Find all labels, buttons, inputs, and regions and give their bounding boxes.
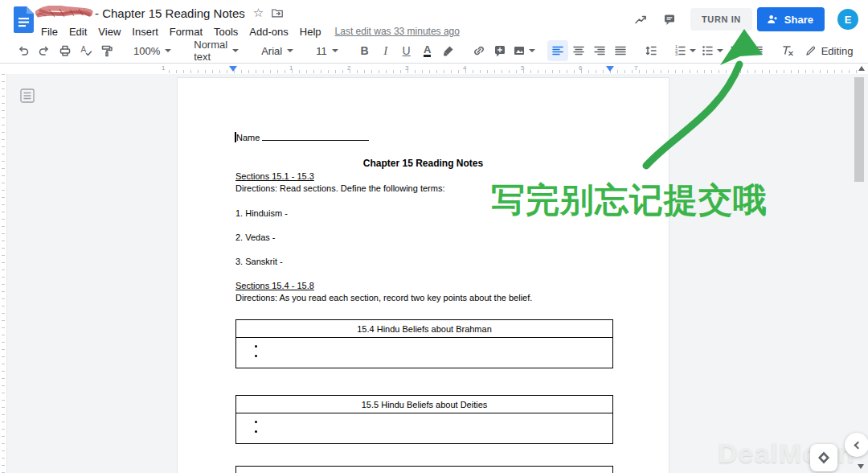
styles-dropdown[interactable]: Normal text [187, 40, 245, 61]
zoom-dropdown[interactable]: 100% [127, 40, 178, 61]
collapse-panel-button[interactable] [845, 433, 868, 457]
last-edit-link[interactable]: Last edit was 33 minutes ago [335, 26, 460, 37]
doc-heading[interactable]: Chapter 15 Reading Notes [178, 158, 669, 169]
print-button[interactable] [55, 40, 76, 61]
menu-help[interactable]: Help [294, 24, 327, 39]
justify-button[interactable] [610, 40, 631, 61]
insert-link-button[interactable] [469, 40, 489, 61]
zoom-value: 100% [133, 45, 160, 57]
editing-mode-dropdown[interactable]: Editing [798, 40, 868, 61]
empty-bullet[interactable] [265, 426, 612, 435]
decrease-indent-button[interactable] [726, 40, 747, 61]
scrollbar-thumb[interactable] [854, 77, 864, 182]
line-spacing-button[interactable] [641, 40, 661, 61]
pencil-icon [805, 45, 817, 57]
align-center-button[interactable] [568, 40, 589, 61]
share-label: Share [784, 14, 813, 26]
term-vedas[interactable]: 2. Vedas - [235, 232, 276, 242]
editing-label: Editing [821, 45, 854, 57]
italic-button[interactable]: I [375, 40, 396, 61]
section2-directions[interactable]: Directions: As you read each section, re… [235, 293, 532, 302]
table-next-section[interactable] [235, 466, 613, 473]
chevron-down-icon [165, 49, 171, 52]
share-button[interactable]: Share [757, 7, 825, 31]
move-folder-icon[interactable] [271, 6, 284, 19]
paint-format-button[interactable] [96, 40, 117, 61]
explore-button[interactable] [810, 444, 837, 471]
star-icon[interactable]: ☆ [253, 6, 264, 20]
comments-button[interactable] [655, 5, 684, 34]
align-left-button[interactable] [547, 40, 568, 61]
undo-button[interactable] [13, 40, 34, 61]
chevron-down-icon [529, 49, 535, 52]
bullet-list [265, 340, 612, 360]
document-page[interactable]: Name Chapter 15 Reading Notes Sections 1… [177, 77, 669, 473]
bold-button[interactable]: B [354, 40, 375, 61]
scrollbar-down-arrow[interactable] [858, 464, 864, 469]
right-indent-marker[interactable] [606, 66, 614, 72]
spellcheck-button[interactable]: A [76, 40, 96, 61]
insert-image-button[interactable] [510, 40, 538, 61]
google-docs-logo[interactable] [14, 6, 34, 33]
document-canvas: Name Chapter 15 Reading Notes Sections 1… [0, 74, 868, 473]
term-hinduism[interactable]: 1. Hinduism - [235, 208, 288, 218]
turn-in-button[interactable]: TURN IN [690, 8, 752, 31]
menu-format[interactable]: Format [164, 24, 208, 39]
empty-bullet[interactable] [265, 416, 612, 426]
font-size-dropdown[interactable]: 11 [309, 40, 345, 61]
header: - Chapter 15 Reading Notes ☆ File Edit V… [0, 0, 868, 39]
section2-heading[interactable]: Sections 15.4 - 15.8 [235, 281, 314, 290]
term-sanskrit[interactable]: 3. Sanskrit - [235, 257, 283, 266]
empty-bullet[interactable] [265, 350, 612, 360]
menu-edit[interactable]: Edit [63, 24, 92, 39]
toolbar: A 100% Normal text Arial 11 B I U A [0, 39, 868, 64]
highlight-color-button[interactable] [438, 40, 459, 61]
google-docs-app: - Chapter 15 Reading Notes ☆ File Edit V… [0, 0, 868, 473]
table-brahman: 15.4 Hindu Beliefs about Brahman [235, 319, 613, 368]
ruler-number: 7 [634, 64, 637, 72]
menu-file[interactable]: File [35, 24, 63, 39]
ruler-number: 1 [162, 64, 165, 72]
vertical-ruler[interactable] [0, 74, 7, 473]
table-brahman-body[interactable] [236, 338, 612, 368]
numbered-list-button[interactable]: 1.2.3. [671, 40, 698, 61]
table-deities-body[interactable] [236, 413, 612, 443]
left-indent-marker[interactable] [229, 66, 237, 72]
svg-text:A: A [81, 45, 87, 54]
empty-bullet[interactable] [265, 340, 612, 350]
show-outline-button[interactable] [20, 88, 35, 103]
align-right-button[interactable] [589, 40, 610, 61]
menu-insert[interactable]: Insert [126, 24, 164, 39]
clear-formatting-button[interactable] [777, 40, 798, 61]
name-line[interactable]: Name [236, 132, 369, 142]
text-color-button[interactable]: A [417, 40, 438, 61]
section1-heading[interactable]: Sections 15.1 - 15.3 [235, 171, 314, 181]
underline-button[interactable]: U [396, 40, 417, 61]
scrollbar-up-arrow[interactable] [858, 66, 865, 71]
svg-text:3.: 3. [675, 51, 679, 56]
ruler-number: 3 [405, 64, 408, 72]
ruler-number: 2 [347, 64, 350, 72]
ruler-number: 1 [289, 64, 293, 72]
account-avatar[interactable]: E [837, 9, 858, 30]
table-deities-title[interactable]: 15.5 Hindu Beliefs about Deities [236, 396, 612, 413]
ruler-ticks [169, 70, 860, 73]
share-person-icon [766, 13, 779, 26]
redo-button[interactable] [34, 40, 55, 61]
menu-view[interactable]: View [92, 24, 126, 39]
table-deities: 15.5 Hindu Beliefs about Deities [235, 395, 613, 444]
table-brahman-title[interactable]: 15.4 Hindu Beliefs about Brahman [236, 320, 612, 338]
increase-indent-button[interactable] [747, 40, 768, 61]
horizontal-ruler[interactable]: 1 1 2 3 4 5 6 7 [0, 64, 868, 74]
font-dropdown[interactable]: Arial [255, 40, 300, 61]
menu-tools[interactable]: Tools [208, 24, 244, 39]
document-title[interactable]: - Chapter 15 Reading Notes [95, 6, 245, 20]
redacted-name-scribble [35, 6, 93, 21]
font-value: Arial [261, 45, 282, 57]
menu-addons[interactable]: Add-ons [244, 24, 293, 39]
bulleted-list-button[interactable] [698, 40, 726, 61]
add-comment-button[interactable] [489, 40, 510, 61]
section1-directions[interactable]: Directions: Read sections. Define the fo… [235, 183, 444, 193]
chevron-down-icon [690, 49, 696, 52]
insights-button[interactable] [626, 5, 655, 34]
